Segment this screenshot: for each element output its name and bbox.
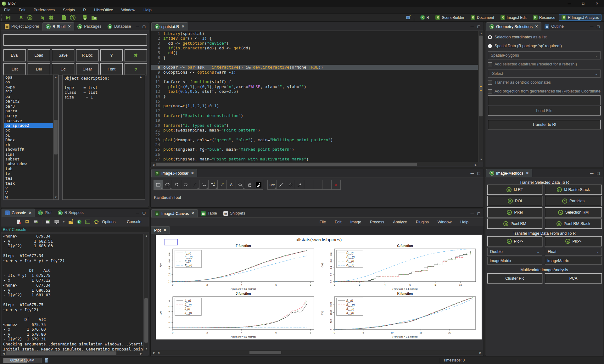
list-item-pc[interactable]: pc bbox=[4, 128, 59, 132]
editor-vscrollbar[interactable]: ▲ ▼ bbox=[478, 31, 483, 162]
pixel-rm-button[interactable]: RPixel RM bbox=[487, 219, 542, 229]
scroll-down-icon[interactable]: ▼ bbox=[480, 158, 483, 161]
r-script-icon[interactable]: R bbox=[69, 14, 77, 21]
plot-canvas[interactable]: allstats(swedishpines) F function024680.… bbox=[156, 235, 482, 339]
paintbrush-tool-icon[interactable] bbox=[277, 180, 286, 190]
particles-button[interactable]: RParticles bbox=[545, 196, 602, 206]
list-item-rh[interactable]: rh bbox=[4, 142, 59, 147]
list-item-tab[interactable]: tab bbox=[4, 166, 59, 171]
clover-icon[interactable] bbox=[47, 14, 55, 21]
display-dropdown-icon[interactable]: ▼ bbox=[62, 220, 65, 223]
dataframe-dropdown[interactable]: -Select- ⌄ bbox=[488, 70, 601, 78]
image-matrix-field-1[interactable]: imageMatrix bbox=[487, 257, 542, 265]
float-dropdown[interactable]: Float ⌄ bbox=[545, 248, 602, 256]
code-line-13[interactable]: 13 text(0.5,0.5, stuff, cex=2.5) bbox=[151, 89, 478, 94]
close-tab-icon[interactable]: ✕ bbox=[191, 171, 194, 175]
freehand-tool-icon[interactable] bbox=[181, 180, 190, 190]
perspective-resource[interactable]: RResource bbox=[530, 14, 558, 21]
rshell-button-[interactable]: ? bbox=[125, 63, 147, 75]
text-tool-icon[interactable]: A bbox=[226, 180, 236, 190]
new-console-icon[interactable] bbox=[68, 219, 74, 225]
rectangle-tool-icon[interactable] bbox=[154, 180, 163, 190]
list-item-showoffK[interactable]: showoffK bbox=[4, 147, 59, 152]
console-options-label[interactable]: Options bbox=[102, 220, 115, 224]
display-selected-icon[interactable] bbox=[54, 219, 59, 225]
radio-selection-coordinates[interactable]: Selection coordinates as a list bbox=[488, 35, 601, 39]
imagej-menu-process[interactable]: Process bbox=[366, 220, 389, 224]
list-item-par1x2[interactable]: par1x2 bbox=[4, 99, 59, 104]
scroll-down-icon[interactable]: ▼ bbox=[145, 347, 148, 350]
code-line-7[interactable]: 7 bbox=[151, 60, 478, 65]
minimize-panel-icon[interactable]: — bbox=[136, 25, 139, 29]
code-line-6[interactable]: 6} bbox=[151, 55, 478, 60]
code-line-17[interactable]: 17 bbox=[151, 109, 478, 113]
close-tab-icon[interactable]: ✕ bbox=[68, 25, 71, 29]
imagej-menu-edit[interactable]: Edit bbox=[330, 220, 346, 224]
minimize-panel-icon[interactable]: — bbox=[471, 211, 474, 216]
menu-scripts[interactable]: Scripts bbox=[59, 7, 79, 14]
editor-hscrollbar[interactable]: ◀ ▶ bbox=[151, 162, 478, 166]
tab-plot[interactable]: Plot ✕ bbox=[151, 226, 170, 234]
scroll-thumb[interactable] bbox=[6, 351, 116, 355]
python-icon[interactable] bbox=[93, 219, 99, 225]
code-line-27[interactable]: 27plot(finpines, main="Point pattern wit… bbox=[151, 157, 478, 161]
rshell-button-[interactable]: ✖ bbox=[125, 49, 147, 61]
cluster-pic-button[interactable]: Cluster Pic bbox=[487, 273, 542, 283]
list-item-Rbox[interactable]: Rbox bbox=[4, 137, 59, 142]
tab-geometry-selections[interactable]: R Geometry Selections ✕ bbox=[486, 22, 541, 31]
more-tools-icon[interactable]: » bbox=[331, 180, 341, 190]
rshell-button-list[interactable]: List bbox=[3, 63, 26, 75]
console-output[interactable]: <none> 679.34 - y 1 682.51 - I(y^2) 1 68… bbox=[2, 234, 143, 351]
perspective-r-imagej-analysis[interactable]: RR ImageJ Analysis bbox=[559, 14, 601, 21]
maximize-panel-icon[interactable]: ▢ bbox=[597, 171, 600, 175]
list-item-subwindow[interactable]: subwindow bbox=[4, 161, 59, 166]
roi-button[interactable]: RROI bbox=[487, 196, 542, 206]
zoom-tool-icon[interactable] bbox=[236, 180, 245, 190]
list-item-te[interactable]: te bbox=[4, 171, 59, 176]
tab-image-methods[interactable]: R Image-Methods ✕ bbox=[486, 169, 532, 177]
maximize-panel-icon[interactable]: ▢ bbox=[143, 211, 146, 215]
code-line-21[interactable]: 21plot(swedishpines, main="Point pattern… bbox=[151, 128, 478, 132]
scroll-lock-icon[interactable] bbox=[25, 219, 30, 225]
stop-icon[interactable]: 0 bbox=[26, 14, 34, 21]
pic-to-r-button[interactable]: RPic-> bbox=[545, 236, 602, 246]
code-line-12[interactable]: 12 plot(c(0,1),c(0,1),type="n",axes=FALS… bbox=[151, 84, 478, 89]
pipette-tool-icon[interactable] bbox=[295, 180, 304, 190]
code-line-22[interactable]: 22 bbox=[151, 132, 478, 137]
menu-libreoffice[interactable]: LibreOffice bbox=[90, 7, 117, 14]
console-mode-label[interactable]: Console bbox=[127, 220, 141, 224]
imagej-menu-image[interactable]: Image bbox=[346, 220, 366, 224]
tab-imagej-toolbar[interactable]: ⚖ ImageJ-Toolbar ✕ bbox=[151, 169, 197, 177]
perspective-r[interactable]: RR bbox=[418, 14, 432, 21]
rshell-button-rdoc[interactable]: R Doc bbox=[76, 49, 98, 61]
polygon-tool-icon[interactable] bbox=[172, 180, 181, 190]
list-item-parry[interactable]: parry bbox=[4, 113, 59, 118]
list-item-os[interactable]: os bbox=[4, 80, 59, 84]
menu-preferences[interactable]: Preferences bbox=[30, 7, 59, 14]
step-icon[interactable]: 0( bbox=[38, 14, 47, 21]
rshell-button-clear[interactable]: Clear bbox=[76, 63, 98, 75]
tab-packages[interactable]: RPackages bbox=[74, 22, 104, 31]
canvas-hscrollbar[interactable]: ▶ ◀ ▶ bbox=[151, 350, 483, 355]
rshell-button-[interactable]: ? bbox=[100, 49, 123, 61]
close-tab-icon[interactable]: ✕ bbox=[535, 25, 538, 29]
code-line-24[interactable]: 24 bbox=[151, 142, 478, 147]
ij-rt-button[interactable]: RIJ RT bbox=[487, 185, 542, 195]
pixel-rm-stack-button[interactable]: RPixel RM Stack bbox=[545, 219, 602, 229]
minimize-panel-icon[interactable]: — bbox=[590, 25, 594, 29]
print-icon[interactable] bbox=[81, 14, 89, 21]
list-item-parspruce2[interactable]: parspruce2 bbox=[4, 123, 59, 128]
code-line-11[interactable]: 11fanfare <- function(stuff) { bbox=[151, 79, 478, 84]
tab-database[interactable]: RDatabase bbox=[104, 22, 134, 31]
menu-r[interactable]: R bbox=[79, 7, 90, 14]
hand-tool-icon[interactable] bbox=[245, 180, 254, 190]
open-perspective-icon[interactable] bbox=[406, 15, 411, 20]
minimize-button[interactable]: — bbox=[562, 0, 576, 7]
tab-spatstat-r[interactable]: R spatstat.R ✕ bbox=[151, 22, 188, 31]
double-dropdown[interactable]: Double ⌄ bbox=[487, 248, 542, 256]
rshell-button-load[interactable]: Load bbox=[28, 49, 50, 61]
list-item-v[interactable]: v bbox=[4, 186, 59, 190]
ij-rasterstack-button[interactable]: RIJ RasterStack bbox=[545, 185, 602, 195]
scroll-thumb[interactable] bbox=[479, 36, 483, 116]
maximize-panel-icon[interactable]: ▢ bbox=[477, 211, 480, 216]
